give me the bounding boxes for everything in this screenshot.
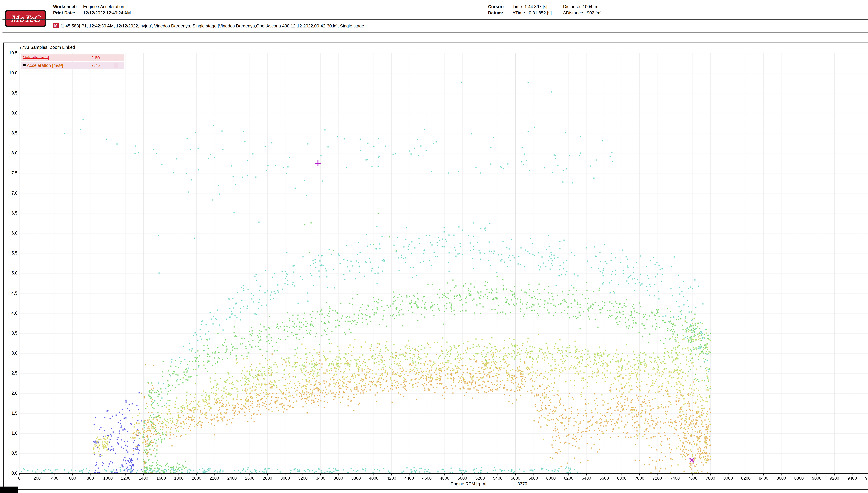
x-tick-label: 4800 — [436, 476, 453, 480]
log-file-icon: M — [53, 23, 59, 28]
x-tick-label: 8600 — [773, 476, 790, 480]
y-tick-label: 9.0 — [4, 111, 18, 115]
y-tick-label: 3.5 — [4, 331, 18, 335]
y-tick-label: 1.5 — [4, 411, 18, 415]
scatter-worksheet-panel: 7733 Samples, Zoom Linked Velocity [m/s]… — [3, 43, 868, 490]
x-tick-label: 8000 — [719, 476, 737, 480]
x-tick-label: 400 — [46, 476, 64, 480]
x-tick-label: 6800 — [613, 476, 631, 480]
worksheet-label: Worksheet: — [53, 3, 77, 9]
y-tick-label: 8.0 — [4, 151, 18, 155]
y-tick-label: 2.0 — [4, 391, 18, 395]
cursor-time: Time 1:44.897 [s] — [512, 3, 547, 9]
x-tick-label: 5800 — [524, 476, 542, 480]
x-tick-label: 1200 — [117, 476, 135, 480]
x-tick-label: 5000 — [454, 476, 471, 480]
header-divider-top — [2, 19, 868, 20]
x-tick-label: 2600 — [241, 476, 258, 480]
x-tick-label: 9200 — [826, 476, 843, 480]
velocity-channel-label[interactable]: Velocity [m/s] — [23, 56, 49, 60]
x-tick-label: 3800 — [347, 476, 365, 480]
x-axis-title: Engine RPM [rpm] — [451, 481, 486, 486]
y-tick-label: 10.0 — [4, 71, 18, 75]
x-tick-label: 7400 — [666, 476, 684, 480]
datum-label: Datum: — [488, 10, 503, 15]
x-tick-label: 9000 — [808, 476, 825, 480]
motec-logo-text: MoTeC — [10, 13, 41, 24]
x-tick-label: 8200 — [737, 476, 755, 480]
x-tick-label: 7200 — [648, 476, 666, 480]
legend-row-acceleration[interactable]: Acceleration [m/s²] 7.75 — [21, 62, 123, 69]
x-tick-label: 600 — [64, 476, 81, 480]
x-tick-label: 1800 — [170, 476, 188, 480]
x-tick-label: 8800 — [790, 476, 808, 480]
x-tick-label: 5200 — [471, 476, 489, 480]
motec-logo: MoTeC — [5, 10, 46, 27]
y-tick-label: 6.5 — [4, 211, 18, 215]
x-tick-label: 2000 — [188, 476, 205, 480]
motec-i2-window: MoTeC Worksheet: Engine / Acceleration P… — [0, 0, 868, 493]
y-tick-label: 4.5 — [4, 291, 18, 295]
header-divider-bottom — [2, 31, 868, 32]
y-tick-label: 5.5 — [4, 251, 18, 255]
x-tick-label: 0 — [10, 476, 28, 480]
x-tick-label: 3400 — [312, 476, 329, 480]
x-tick-label: 5600 — [507, 476, 524, 480]
x-tick-label: 9600 — [861, 476, 868, 480]
acceleration-channel-label[interactable]: Acceleration [m/s²] — [27, 63, 63, 67]
x-tick-label: 3200 — [294, 476, 312, 480]
y-tick-label: 0.0 — [4, 471, 18, 475]
y-tick-label: 6.0 — [4, 231, 18, 235]
legend-row-velocity[interactable]: Velocity [m/s] 2.60 — [21, 55, 123, 61]
x-tick-label: 2400 — [223, 476, 241, 480]
acceleration-channel-value: 7.75 — [91, 63, 100, 67]
scatter-plot-canvas[interactable] — [19, 53, 868, 477]
samples-note: 7733 Samples, Zoom Linked — [19, 45, 75, 49]
velocity-channel-value: 2.60 — [91, 56, 100, 60]
y-tick-label: 0.5 — [4, 451, 18, 455]
x-tick-label: 7000 — [631, 476, 648, 480]
y-tick-label: 3.0 — [4, 351, 18, 355]
x-tick-label: 1600 — [153, 476, 170, 480]
x-tick-label: 9400 — [843, 476, 861, 480]
x-tick-label: 4000 — [365, 476, 383, 480]
x-tick-label: 3000 — [276, 476, 294, 480]
channel-bullet-icon — [23, 64, 25, 66]
print-date-label: Print Date: — [53, 10, 75, 15]
datum-time: ΔTime -0:31.852 [s] — [512, 10, 552, 15]
y-tick-label: 1.0 — [4, 431, 18, 435]
x-tick-label: 6000 — [542, 476, 560, 480]
x-tick-label: 1000 — [99, 476, 117, 480]
y-tick-label: 8.5 — [4, 131, 18, 135]
x-tick-label: 2200 — [206, 476, 223, 480]
cursor-label: Cursor: — [488, 3, 504, 9]
y-tick-label: 5.0 — [4, 271, 18, 275]
x-tick-label: 6200 — [560, 476, 577, 480]
x-tick-label: 7600 — [684, 476, 702, 480]
x-tick-label: 200 — [28, 476, 46, 480]
x-tick-label: 5400 — [489, 476, 507, 480]
x-tick-label: 6400 — [577, 476, 595, 480]
x-tick-label: 3600 — [329, 476, 347, 480]
y-tick-label: 9.5 — [4, 91, 18, 95]
x-tick-label: 2800 — [259, 476, 276, 480]
x-tick-label: 6600 — [595, 476, 613, 480]
x-tick-label: 1400 — [135, 476, 152, 480]
x-tick-label: 4400 — [401, 476, 418, 480]
y-tick-label: 10.5 — [4, 51, 18, 55]
datum-distance: ΔDistance -902 [m] — [563, 10, 601, 15]
x-tick-label: 800 — [82, 476, 99, 480]
y-tick-label: 7.5 — [4, 171, 18, 175]
cursor-distance: Distance 1004 [m] — [563, 3, 600, 9]
print-date-value: 12/12/2022 12:49:24 AM — [83, 10, 131, 15]
x-tick-label: 4600 — [418, 476, 436, 480]
y-tick-label: 7.0 — [4, 191, 18, 195]
y-tick-label: 2.5 — [4, 371, 18, 375]
x-tick-label: 4200 — [383, 476, 400, 480]
corner-block — [0, 487, 18, 493]
y-tick-label: 4.0 — [4, 311, 18, 315]
x-tick-label: 7800 — [702, 476, 719, 480]
worksheet-value: Engine / Acceleration — [83, 3, 124, 9]
x-tick-label: 8400 — [755, 476, 772, 480]
cursor-rpm-readout: 3370 — [518, 481, 527, 486]
